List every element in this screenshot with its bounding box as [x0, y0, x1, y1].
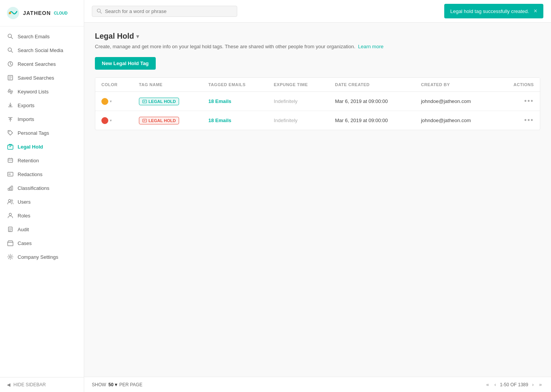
- color-dot-red: [101, 117, 108, 124]
- svg-point-8: [9, 131, 10, 132]
- toast-close-button[interactable]: ×: [534, 8, 537, 15]
- tagged-emails-link[interactable]: 18 Emails: [209, 118, 231, 123]
- sidebar-item-label: Recent Searches: [18, 61, 56, 67]
- search-input[interactable]: [105, 8, 232, 14]
- keyword-lists-icon: [7, 88, 14, 95]
- svg-rect-10: [8, 158, 13, 162]
- sidebar-item-classifications[interactable]: Classifications: [0, 181, 84, 195]
- users-icon: [7, 198, 14, 205]
- sidebar-item-label: Saved Searches: [18, 75, 54, 81]
- retention-icon: [7, 157, 14, 164]
- tagged-emails-link[interactable]: 18 Emails: [209, 98, 231, 104]
- sidebar-nav: Search Emails Search Social Media Recent…: [0, 26, 84, 377]
- learn-more-link[interactable]: Learn more: [358, 44, 383, 49]
- show-label: SHOW: [92, 382, 106, 387]
- logo: JATHEON CLOUD: [0, 0, 84, 26]
- company-settings-icon: [7, 253, 14, 260]
- sidebar-item-roles[interactable]: Roles: [0, 209, 84, 222]
- hide-sidebar-button[interactable]: ◀ HIDE SIDEBAR: [0, 377, 84, 392]
- cell-expunge-1: Indefinitely: [267, 92, 329, 111]
- sidebar-item-company-settings[interactable]: Company Settings: [0, 250, 84, 264]
- expunge-time: Indefinitely: [274, 98, 297, 104]
- page-title-text: Legal Hold: [95, 32, 134, 41]
- topbar: Legal hold tag successfully created. ×: [84, 0, 551, 23]
- page-range-info: 1-50 OF 1389: [500, 382, 528, 387]
- cell-date-2: Mar 6, 2019 at 09:00:00: [329, 111, 415, 130]
- first-page-button[interactable]: «: [485, 381, 491, 388]
- sidebar-item-label: Retention: [18, 158, 39, 163]
- col-color: COLOR: [95, 78, 133, 92]
- sidebar-item-cases[interactable]: Cases: [0, 236, 84, 250]
- sidebar-item-label: Keyword Lists: [18, 89, 49, 95]
- next-page-button[interactable]: ›: [530, 381, 535, 388]
- sidebar-item-recent-searches[interactable]: Recent Searches: [0, 57, 84, 71]
- search-icon: [97, 8, 102, 14]
- sidebar-item-search-emails[interactable]: Search Emails: [0, 29, 84, 43]
- search-bar[interactable]: [92, 6, 237, 17]
- per-page-select[interactable]: 50 ▾: [108, 382, 117, 387]
- sidebar-item-personal-tags[interactable]: Personal Tags: [0, 126, 84, 140]
- cell-color-1: ▾: [95, 92, 133, 111]
- svg-point-17: [11, 200, 13, 201]
- cell-created-by-1: johndoe@jatheon.com: [415, 92, 497, 111]
- sidebar-item-label: Company Settings: [18, 254, 58, 260]
- sidebar-item-label: Cases: [18, 240, 32, 246]
- sidebar-item-redactions[interactable]: Redactions: [0, 167, 84, 181]
- page-description: Create, manage and get more info on your…: [95, 44, 540, 49]
- roles-icon: [7, 212, 14, 219]
- sidebar-item-retention[interactable]: Retention: [0, 154, 84, 167]
- page-title-dropdown-icon[interactable]: ▾: [136, 33, 139, 39]
- sidebar-item-label: Personal Tags: [18, 130, 49, 136]
- sidebar-item-label: Users: [18, 199, 31, 205]
- audit-icon: [7, 226, 14, 233]
- col-actions: ACTIONS: [497, 78, 540, 92]
- search-social-icon: [7, 47, 14, 54]
- sidebar-item-label: Audit: [18, 227, 29, 232]
- col-tagged-emails: TAGGED EMAILS: [202, 78, 268, 92]
- svg-rect-12: [8, 173, 11, 175]
- table-row: ▾ LEGAL HOLD 18 Emails: [95, 92, 540, 111]
- table-row: ▾ LEGAL HOLD 18 Emails: [95, 111, 540, 130]
- sidebar-item-keyword-lists[interactable]: Keyword Lists: [0, 85, 84, 98]
- color-dot-orange: [101, 98, 108, 105]
- sidebar: JATHEON CLOUD Search Emails Search Socia…: [0, 0, 84, 392]
- actions-menu-button[interactable]: •••: [524, 116, 534, 124]
- cell-color-2: ▾: [95, 111, 133, 130]
- color-dropdown-icon[interactable]: ▾: [110, 99, 112, 103]
- cell-tagged-emails-1: 18 Emails: [202, 92, 268, 111]
- prev-page-button[interactable]: ‹: [493, 381, 497, 388]
- sidebar-item-users[interactable]: Users: [0, 195, 84, 209]
- imports-icon: [7, 116, 14, 122]
- cell-date-1: Mar 6, 2019 at 09:00:00: [329, 92, 415, 111]
- cases-icon: [7, 240, 14, 247]
- legal-hold-badge: LEGAL HOLD: [139, 98, 179, 105]
- sidebar-item-saved-searches[interactable]: Saved Searches: [0, 71, 84, 85]
- new-legal-hold-tag-button[interactable]: New Legal Hold Tag: [95, 57, 156, 70]
- page-description-text: Create, manage and get more info on your…: [95, 44, 355, 49]
- per-page-dropdown-icon[interactable]: ▾: [115, 382, 117, 387]
- pagination-controls: « ‹ 1-50 OF 1389 › »: [485, 381, 543, 388]
- expunge-time: Indefinitely: [274, 118, 297, 123]
- color-dropdown-icon[interactable]: ▾: [110, 118, 112, 122]
- last-page-button[interactable]: »: [538, 381, 543, 388]
- sidebar-item-audit[interactable]: Audit: [0, 222, 84, 236]
- sidebar-item-exports[interactable]: Exports: [0, 98, 84, 112]
- sidebar-item-label: Exports: [18, 103, 34, 108]
- cell-expunge-2: Indefinitely: [267, 111, 329, 130]
- cell-tag-name-2: LEGAL HOLD: [133, 111, 202, 130]
- redactions-icon: [7, 171, 14, 178]
- badge-icon: [142, 118, 147, 123]
- svg-rect-21: [143, 100, 147, 103]
- sidebar-item-label: Classifications: [18, 185, 49, 191]
- sidebar-item-legal-hold[interactable]: Legal Hold: [0, 140, 84, 154]
- actions-menu-button[interactable]: •••: [524, 97, 534, 105]
- sidebar-item-label: Imports: [18, 116, 34, 122]
- logo-name: JATHEON: [23, 10, 51, 16]
- main-area: Legal hold tag successfully created. × L…: [84, 0, 551, 392]
- toast-message: Legal hold tag successfully created.: [450, 8, 529, 14]
- sidebar-item-search-social-media[interactable]: Search Social Media: [0, 43, 84, 57]
- legal-hold-table: COLOR TAG NAME TAGGED EMAILS EXPUNGE TIM…: [95, 77, 540, 130]
- badge-label: LEGAL HOLD: [148, 99, 176, 104]
- sidebar-item-imports[interactable]: Imports: [0, 112, 84, 126]
- hide-sidebar-arrow-icon: ◀: [7, 382, 10, 387]
